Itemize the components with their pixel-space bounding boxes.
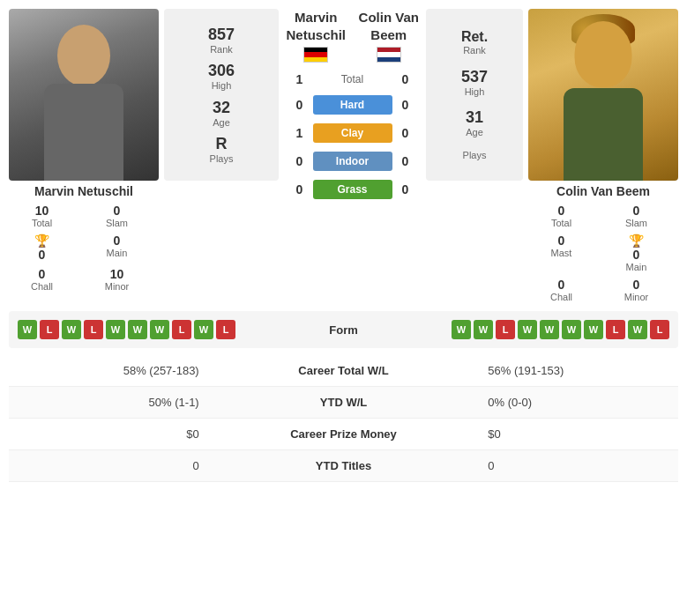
clay-row: 1 Clay 0 [284, 119, 421, 147]
form-badge: W [584, 320, 603, 339]
left-plays-label: Plays [210, 153, 234, 164]
stats-left-value: 50% (1-1) [9, 387, 210, 419]
form-label: Form [309, 323, 379, 337]
right-mast-label: Mast [551, 248, 572, 258]
left-chall-label: Chall [31, 281, 53, 292]
right-rank-stat: Ret. Rank [461, 29, 488, 56]
right-age-value: 31 [466, 108, 483, 127]
stats-row: 0YTD Titles0 [9, 450, 678, 482]
center-left-name: Marvin Netuschil [284, 9, 348, 43]
left-slam-label: Slam [106, 218, 128, 228]
stats-table: 58% (257-183)Career Total W/L56% (191-15… [9, 355, 678, 482]
form-badge: W [562, 320, 581, 339]
indoor-button[interactable]: Indoor [313, 152, 392, 171]
left-high-label: High [212, 80, 232, 91]
right-total-label: Total [551, 218, 571, 228]
right-total-value: 0 [558, 204, 565, 218]
clay-left-score: 1 [287, 126, 313, 140]
left-minor-value: 10 [110, 267, 124, 281]
left-plays-stat: R Plays [210, 135, 234, 164]
right-high-label: High [465, 86, 485, 97]
right-slam-label: Slam [625, 218, 647, 228]
form-badge: L [606, 320, 625, 339]
right-center-card: Ret. Rank 537 High 31 Age Plays [426, 9, 523, 181]
left-player-name: Marvin Netuschil [9, 184, 159, 198]
indoor-left-score: 0 [287, 154, 313, 168]
left-rank-label: Rank [210, 44, 233, 55]
total-row: 1 Total 0 [284, 68, 421, 91]
left-mast-value: 0 [39, 248, 46, 262]
hard-button[interactable]: Hard [313, 95, 392, 115]
stats-left-value: $0 [9, 419, 210, 450]
stats-center-label: YTD W/L [210, 387, 478, 419]
clay-right-score: 0 [392, 126, 419, 140]
stats-row: 58% (257-183)Career Total W/L56% (191-15… [9, 355, 678, 387]
right-player-photo [528, 9, 678, 181]
right-high-value: 537 [461, 68, 488, 86]
form-badge: L [496, 320, 515, 339]
right-minor-label: Minor [624, 292, 649, 302]
left-rank-value: 857 [208, 26, 235, 44]
stats-right-value: $0 [477, 419, 678, 450]
indoor-row: 0 Indoor 0 [284, 147, 421, 175]
right-flag [357, 47, 422, 63]
stats-row: $0Career Prize Money$0 [9, 419, 678, 450]
grass-left-score: 0 [287, 182, 313, 197]
left-age-stat: 32 Age [213, 99, 230, 128]
left-player-stats: 10 Total 0 Slam 🏆 0 0 Main 0 Chall 10 [9, 204, 150, 292]
right-main-label: Main [626, 262, 647, 272]
left-player-photo-box: Marvin Netuschil 10 Total 0 Slam 🏆 0 0 M… [9, 9, 159, 292]
hard-row: 0 Hard 0 [284, 91, 421, 119]
stats-left-value: 0 [9, 450, 210, 482]
right-player-name: Colin Van Beem [528, 184, 678, 198]
total-label: Total [313, 73, 392, 85]
left-chall-value: 0 [39, 267, 46, 281]
left-center-card: 857 Rank 306 High 32 Age R Plays [164, 9, 279, 181]
center-right-name: Colin Van Beem [357, 9, 422, 43]
form-badge: W [194, 320, 213, 339]
right-main-value: 0 [633, 248, 640, 262]
stats-row: 50% (1-1)YTD W/L0% (0-0) [9, 387, 678, 419]
right-minor-value: 0 [633, 278, 640, 292]
right-slam-value: 0 [633, 204, 640, 218]
hard-left-score: 0 [287, 98, 313, 112]
left-plays-value: R [216, 135, 228, 153]
right-age-stat: 31 Age [466, 108, 483, 137]
right-chall-label: Chall [550, 292, 572, 302]
form-badge: W [628, 320, 647, 339]
form-badge: L [650, 320, 669, 339]
form-badge: L [216, 320, 235, 339]
form-badge: L [172, 320, 191, 339]
right-player-photo-box: Colin Van Beem 0 Total 0 Slam 0 Mast 🏆 0… [528, 9, 678, 302]
left-rank-stat: 857 Rank [208, 26, 235, 55]
left-slam-value: 0 [114, 204, 121, 218]
grass-button[interactable]: Grass [313, 180, 392, 199]
stats-left-value: 58% (257-183) [9, 355, 210, 387]
form-badge: W [150, 320, 169, 339]
hard-right-score: 0 [392, 98, 419, 112]
left-age-value: 32 [213, 99, 230, 117]
stats-center-label: Career Prize Money [210, 419, 478, 450]
right-mast-trophy: 🏆 [629, 234, 644, 248]
right-player-stats: 0 Total 0 Slam 0 Mast 🏆 0 Main 0 Chall 0 [528, 204, 669, 302]
form-badge: W [18, 320, 37, 339]
form-badge: W [518, 320, 537, 339]
right-chall-value: 0 [558, 278, 565, 292]
right-age-label: Age [466, 127, 483, 137]
left-form-badges: WLWLWWWLWL [18, 320, 303, 339]
left-player-photo [9, 9, 159, 181]
left-minor-label: Minor [105, 281, 130, 292]
stats-right-value: 56% (191-153) [477, 355, 678, 387]
right-high-stat: 537 High [461, 68, 488, 97]
right-mast-value: 0 [558, 234, 565, 248]
left-age-label: Age [213, 117, 230, 128]
form-badge: W [62, 320, 81, 339]
grass-row: 0 Grass 0 [284, 175, 421, 204]
clay-button[interactable]: Clay [313, 123, 392, 143]
left-total-value: 10 [35, 204, 49, 218]
form-badge: W [452, 320, 471, 339]
right-form-badges: WWLWWWWLWL [385, 320, 670, 339]
surface-area: Marvin Netuschil Colin Van Beem 1 Total … [284, 9, 421, 204]
stats-right-value: 0 [477, 450, 678, 482]
left-high-stat: 306 High [208, 62, 235, 91]
